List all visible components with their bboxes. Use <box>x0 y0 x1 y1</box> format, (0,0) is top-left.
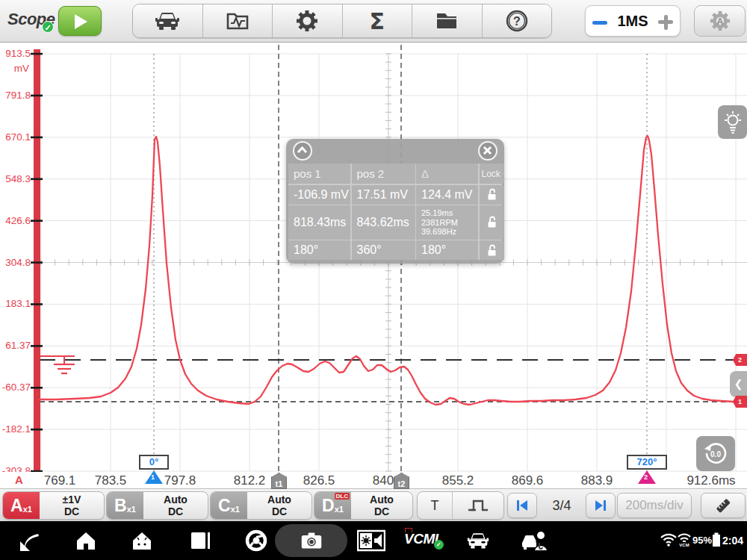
autoscale-gear-icon: A <box>709 10 731 32</box>
vcmi-logo[interactable]: VCMI ✓ <box>404 531 438 547</box>
voltage-pos2-value: 17.51 mV <box>352 185 415 205</box>
chevron-up-icon <box>294 143 310 158</box>
saved-waveform-icon <box>226 10 249 32</box>
channel-c-range: Auto <box>267 494 291 505</box>
voltage-lock-button[interactable] <box>480 185 504 205</box>
top-toolbar: Scope ✓ <box>0 0 747 43</box>
saved-data-button[interactable] <box>203 4 273 37</box>
channel-a-badge: Ax1 <box>3 492 40 519</box>
toolbar-button-group: Σ ? <box>132 4 552 38</box>
timebase-minus-button[interactable] <box>586 14 614 28</box>
unlock-icon <box>486 244 498 257</box>
battery-icon <box>712 532 721 547</box>
pulse-edge-icon <box>466 497 490 514</box>
channel-a-button[interactable]: Ax1 ±1VDC <box>2 491 105 520</box>
col-header-delta: Δ <box>416 164 478 184</box>
app-home-icon[interactable] <box>131 529 153 552</box>
channel-b-button[interactable]: Bx1 AutoDC <box>106 491 208 520</box>
page-first-button[interactable] <box>507 493 537 518</box>
page-last-button[interactable] <box>586 493 616 518</box>
svg-text:VCM: VCM <box>679 543 689 547</box>
phase-marker-2-handle[interactable]: 2 <box>638 470 656 484</box>
channel-d-badge: Dx1DLC <box>314 492 351 519</box>
channel-d-button[interactable]: Dx1DLC AutoDC <box>314 491 413 520</box>
reset-offset-button[interactable]: 0.0 <box>696 436 735 471</box>
x-axis-label: 912.6ms <box>681 473 741 488</box>
settings-button[interactable] <box>273 4 343 37</box>
phase-marker-720-label[interactable]: 720° <box>627 455 667 470</box>
page-indicator: 3/4 <box>539 498 584 514</box>
skip-back-icon <box>515 498 530 513</box>
x-axis-labels: 769.1783.5797.8812.2826.5840.9855.2869.6… <box>0 472 747 488</box>
channel-a-axis-letter: A <box>15 473 23 486</box>
side-panel-collapse-handle[interactable]: ❮ <box>730 371 747 397</box>
timebase-plus-button[interactable] <box>651 6 680 36</box>
folder-icon <box>435 10 459 31</box>
timebase-control: 1MS <box>585 5 681 37</box>
channel-b-coupling: DC <box>168 505 183 517</box>
time-lock-button[interactable] <box>480 205 504 240</box>
panel-collapse-button[interactable] <box>293 141 312 161</box>
trigger-t-button[interactable]: T <box>418 492 453 519</box>
channel-c-badge: Cx1 <box>211 492 247 519</box>
svg-text:?: ? <box>513 15 521 28</box>
diag-service-icon[interactable] <box>521 529 548 552</box>
measurement-panel: pos 1 pos 2 Δ Lock -106.9 mV 17.51 mV 12… <box>286 139 504 264</box>
voltage-delta-value: 124.4 mV <box>416 185 478 205</box>
time-per-div-button[interactable]: 200ms/div <box>617 493 692 518</box>
brightness-bulb-button[interactable] <box>718 105 747 139</box>
help-button[interactable]: ? <box>483 4 552 37</box>
ruler-icon <box>713 495 734 516</box>
phase-pos2-value: 360° <box>352 240 415 260</box>
phase-marker-1-handle[interactable]: 1 <box>145 470 163 484</box>
settings-gear-icon <box>295 9 319 33</box>
files-button[interactable] <box>412 4 483 37</box>
measure-ruler-button[interactable] <box>701 493 746 518</box>
skip-forward-icon <box>593 498 608 513</box>
channel-a-coupling: DC <box>64 505 79 517</box>
sigma-measure-icon: Σ <box>370 8 385 34</box>
phase-pos1-value: 180° <box>288 240 350 260</box>
phase-marker-0-label[interactable]: 0° <box>139 455 169 470</box>
x-axis-label: 812.2 <box>220 473 279 488</box>
display-audio-icon[interactable] <box>357 529 385 552</box>
channel-c-coupling: DC <box>272 505 287 517</box>
dlc-chip: DLC <box>335 493 350 500</box>
chrome-icon[interactable] <box>245 529 267 552</box>
vehicle-nav-icon[interactable] <box>467 529 489 552</box>
back-icon[interactable] <box>18 529 40 552</box>
timebase-value: 1MS <box>614 13 651 30</box>
close-icon <box>480 143 495 158</box>
trigger-button-group: T <box>417 491 504 520</box>
trigger-edge-button[interactable] <box>453 492 503 519</box>
channel-c-button[interactable]: Cx1 AutoDC <box>210 491 312 520</box>
camera-icon[interactable] <box>300 529 323 552</box>
panel-close-button[interactable] <box>478 141 498 161</box>
autoscale-button[interactable]: A <box>694 5 746 37</box>
vcmi-bracket <box>405 528 412 532</box>
phase-lock-button[interactable] <box>480 240 504 260</box>
channel-control-bar: Ax1 ±1VDC Bx1 AutoDC Cx1 AutoDC Dx1DLC A… <box>0 488 747 521</box>
android-nav-bar: VCMI ✓ VCM 95% 2:04 <box>0 521 747 560</box>
x-axis-label: 855.2 <box>428 473 488 488</box>
x-axis-label: 883.9 <box>567 473 627 488</box>
col-header-lock: Lock <box>480 164 504 184</box>
measurement-panel-header <box>286 139 504 164</box>
time-delta-value: 25.19ms 2381RPM 39.698Hz <box>416 205 478 240</box>
vehicle-icon <box>155 10 180 32</box>
recents-icon[interactable] <box>189 529 211 552</box>
channel-b-range: Auto <box>164 494 187 505</box>
time-pos2-value: 843.62ms <box>352 205 415 240</box>
vcm-wifi-icon: VCM <box>677 532 692 547</box>
vcmi-connected-badge: ✓ <box>434 540 444 550</box>
lightbulb-icon <box>722 110 744 135</box>
play-icon <box>73 13 88 30</box>
col-header-pos1: pos 1 <box>288 164 350 184</box>
play-button[interactable] <box>58 6 102 36</box>
measure-button[interactable]: Σ <box>343 4 413 37</box>
home-icon[interactable] <box>75 529 97 552</box>
vehicle-button[interactable] <box>133 4 203 37</box>
reset-rotate-icon: 0.0 <box>701 440 730 468</box>
logo-connected-badge: ✓ <box>42 21 54 33</box>
channel-d-coupling: DC <box>374 505 389 517</box>
